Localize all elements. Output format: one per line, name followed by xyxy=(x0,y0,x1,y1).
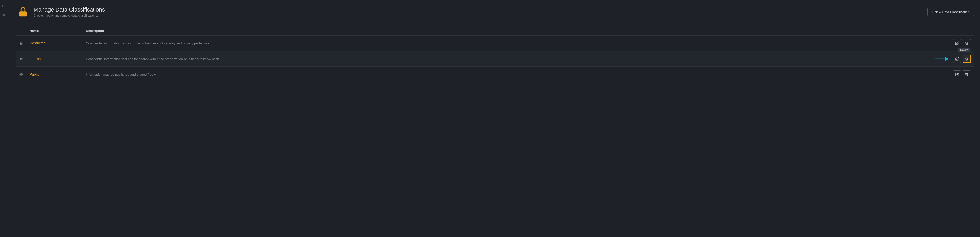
table-row-wrapper-internal: Internal Confidential information that c… xyxy=(16,51,974,67)
row-icon-internal xyxy=(19,57,30,61)
sidebar-toggle[interactable]: » xyxy=(2,4,4,8)
edit-button-restricted[interactable] xyxy=(953,39,961,47)
row-icon-public xyxy=(19,73,30,76)
row-name-public: Public xyxy=(30,72,86,77)
data-classifications-table: Name Description Restricted Confidential… xyxy=(16,26,974,82)
page-subtitle: Create, modify and remove data classific… xyxy=(34,14,105,18)
svg-rect-0 xyxy=(19,11,27,16)
row-icon-restricted xyxy=(19,42,30,45)
table-row: Public Information may be published and … xyxy=(16,67,974,82)
arrow-indicator xyxy=(935,56,950,62)
col-header-description: Description xyxy=(86,29,945,33)
new-classification-button[interactable]: + New Data Classification xyxy=(928,8,974,16)
col-header-name: Name xyxy=(30,29,86,33)
table-row: Internal Confidential information that c… xyxy=(16,51,974,67)
row-actions-restricted xyxy=(945,39,971,47)
table-row: Restricted Confidential information requ… xyxy=(16,35,974,51)
delete-button-restricted[interactable] xyxy=(963,39,971,47)
row-name-restricted: Restricted xyxy=(30,41,86,45)
header-left: Manage Data Classifications Create, modi… xyxy=(16,5,105,18)
row-description-restricted: Confidential information requiring the h… xyxy=(86,42,945,45)
page-container: Manage Data Classifications Create, modi… xyxy=(10,0,980,237)
row-actions-internal: Delete xyxy=(945,55,971,63)
row-description-public: Information may be published and shared … xyxy=(86,73,945,77)
row-actions-public xyxy=(945,70,971,78)
delete-button-public[interactable] xyxy=(963,70,971,78)
lock-icon xyxy=(16,5,30,18)
edit-button-internal[interactable] xyxy=(953,55,961,63)
table-header: Name Description xyxy=(16,26,974,35)
col-header-actions xyxy=(945,29,971,33)
row-name-internal: Internal xyxy=(30,57,86,61)
page-header: Manage Data Classifications Create, modi… xyxy=(16,5,974,24)
col-header-icon xyxy=(19,29,30,33)
header-text: Manage Data Classifications Create, modi… xyxy=(34,6,105,18)
page-title: Manage Data Classifications xyxy=(34,6,105,13)
delete-button-internal[interactable]: Delete xyxy=(963,55,971,63)
svg-rect-1 xyxy=(20,43,23,45)
add-icon[interactable]: ⊕ xyxy=(2,13,5,17)
row-description-internal: Confidential information that can be sha… xyxy=(86,57,945,61)
edit-button-public[interactable] xyxy=(953,70,961,78)
